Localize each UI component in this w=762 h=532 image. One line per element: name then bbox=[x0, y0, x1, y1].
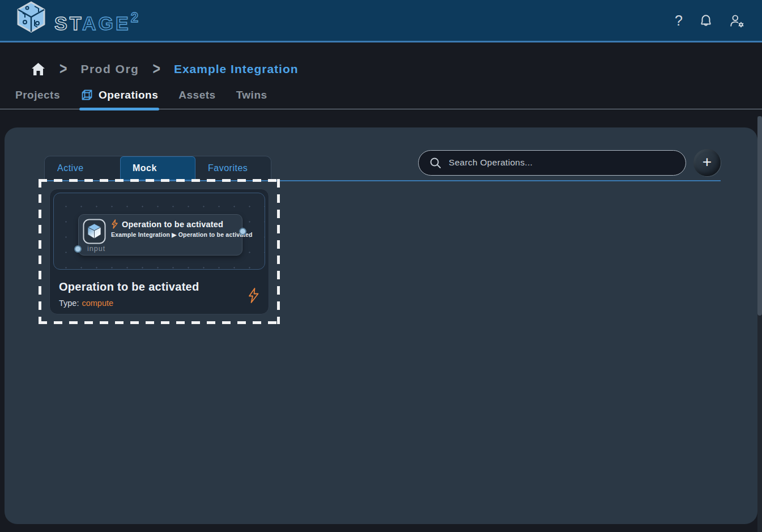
type-value: compute bbox=[82, 299, 113, 308]
breadcrumb: > Prod Org > Example Integration bbox=[0, 42, 762, 76]
tab-operations[interactable]: Operations bbox=[80, 88, 158, 109]
scrollbar[interactable] bbox=[757, 116, 762, 532]
input-port-label: input bbox=[87, 245, 105, 253]
selection-dash-left bbox=[39, 179, 41, 324]
subtab-mock[interactable]: Mock bbox=[120, 156, 195, 180]
subtab-favorites[interactable]: Favorites bbox=[195, 156, 271, 180]
app-header: STAGE2 ? bbox=[0, 0, 762, 42]
node-path: Example Integration ▶ Operation to be ac… bbox=[111, 231, 253, 238]
cube-wireframe-icon bbox=[80, 88, 93, 101]
search-icon bbox=[429, 156, 442, 169]
search-operations-box[interactable] bbox=[418, 150, 686, 176]
scrollbar-thumb[interactable] bbox=[757, 116, 762, 316]
logo-text: STAGE2 bbox=[54, 1, 138, 40]
operation-card[interactable]: Operation to be activated Example Integr… bbox=[49, 189, 269, 314]
type-label: Type: bbox=[59, 299, 79, 308]
nav-tabs: Projects Operations Assets Twins bbox=[0, 88, 762, 109]
operation-title: Operation to be activated bbox=[59, 280, 259, 293]
main-panel: Active Mock Favorites + bbox=[5, 127, 757, 524]
operation-card-body: Operation to be activated Type:compute bbox=[50, 273, 269, 314]
selection-dash-top bbox=[39, 179, 280, 182]
operation-node[interactable]: Operation to be activated Example Integr… bbox=[78, 214, 242, 256]
selection-dash-bottom bbox=[39, 321, 280, 324]
node-title: Operation to be activated bbox=[122, 220, 223, 229]
bolt-icon bbox=[111, 219, 118, 229]
operation-type: Type:compute bbox=[59, 299, 259, 308]
breadcrumb-separator: > bbox=[152, 59, 160, 79]
filter-subtabs: Active Mock Favorites bbox=[44, 156, 271, 180]
tab-assets[interactable]: Assets bbox=[178, 89, 215, 109]
cube-badge-icon bbox=[83, 219, 106, 244]
search-input[interactable] bbox=[449, 158, 675, 168]
node-preview-canvas: Operation to be activated Example Integr… bbox=[53, 193, 265, 270]
tab-twins[interactable]: Twins bbox=[236, 89, 267, 109]
user-settings-icon[interactable] bbox=[729, 13, 745, 28]
home-icon[interactable] bbox=[31, 62, 46, 76]
breadcrumb-separator: > bbox=[59, 59, 67, 79]
tab-projects[interactable]: Projects bbox=[15, 89, 60, 109]
add-operation-button[interactable]: + bbox=[693, 149, 721, 176]
selection-region: Operation to be activated Example Integr… bbox=[39, 179, 280, 324]
compute-bolt-icon bbox=[248, 287, 259, 306]
output-port[interactable] bbox=[239, 228, 246, 235]
notifications-bell-icon[interactable] bbox=[699, 13, 713, 28]
breadcrumb-org[interactable]: Prod Org bbox=[80, 62, 139, 76]
toolbar: Active Mock Favorites + bbox=[44, 127, 721, 180]
selection-dash-right bbox=[277, 179, 280, 324]
subtab-active[interactable]: Active bbox=[45, 156, 120, 180]
breadcrumb-current: Example Integration bbox=[174, 62, 299, 76]
logo-cube-icon bbox=[16, 1, 46, 36]
app-logo: STAGE2 bbox=[16, 1, 138, 40]
help-icon[interactable]: ? bbox=[675, 12, 683, 29]
input-port[interactable] bbox=[74, 245, 82, 253]
